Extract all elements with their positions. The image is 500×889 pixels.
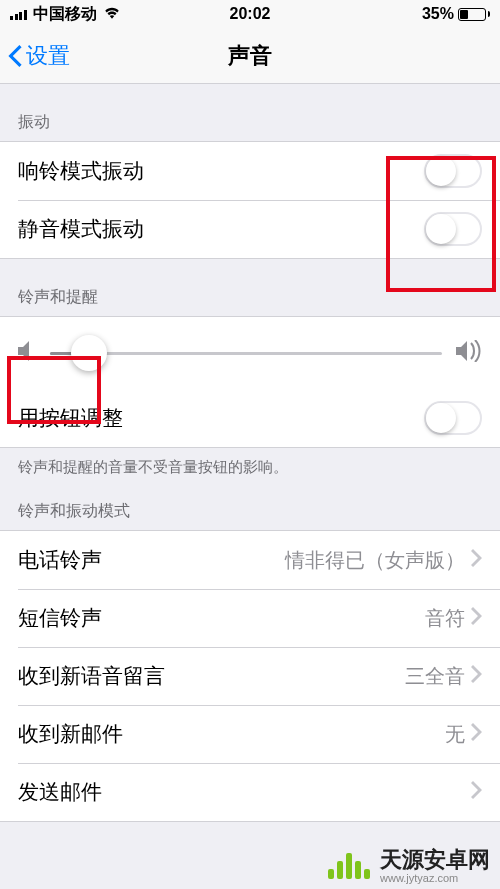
- new-voicemail-label: 收到新语音留言: [18, 662, 165, 690]
- watermark: 天源安卓网 www.jytyaz.com: [0, 843, 500, 889]
- chevron-left-icon: [8, 45, 22, 67]
- ringtone-label: 电话铃声: [18, 546, 102, 574]
- volume-high-icon: [456, 340, 482, 366]
- button-adjust-footer: 铃声和提醒的音量不受音量按钮的影响。: [0, 448, 500, 483]
- status-time: 20:02: [0, 5, 500, 23]
- volume-slider[interactable]: [50, 352, 442, 355]
- row-sent-mail[interactable]: 发送邮件: [0, 763, 500, 821]
- button-adjust-label: 用按钮调整: [18, 404, 123, 432]
- new-mail-label: 收到新邮件: [18, 720, 123, 748]
- volume-low-icon: [18, 341, 36, 365]
- section-header-ringer: 铃声和提醒: [0, 259, 500, 316]
- text-tone-value: 音符: [425, 605, 482, 632]
- watermark-logo-icon: [328, 853, 370, 879]
- list-patterns: 电话铃声 情非得已（女声版） 短信铃声 音符 收到新语音留言 三全音 收到新邮件…: [0, 530, 500, 822]
- section-header-patterns: 铃声和振动模式: [0, 483, 500, 530]
- ring-vibrate-toggle[interactable]: [424, 154, 482, 188]
- chevron-right-icon: [471, 549, 482, 572]
- page-title: 声音: [0, 41, 500, 71]
- status-bar: 中国移动 20:02 35%: [0, 0, 500, 28]
- row-ringtone[interactable]: 电话铃声 情非得已（女声版）: [0, 531, 500, 589]
- row-text-tone[interactable]: 短信铃声 音符: [0, 589, 500, 647]
- row-new-voicemail[interactable]: 收到新语音留言 三全音: [0, 647, 500, 705]
- text-tone-label: 短信铃声: [18, 604, 102, 632]
- chevron-right-icon: [471, 665, 482, 688]
- button-adjust-toggle[interactable]: [424, 401, 482, 435]
- ring-vibrate-label: 响铃模式振动: [18, 157, 144, 185]
- new-voicemail-value: 三全音: [405, 663, 482, 690]
- row-ring-vibrate: 响铃模式振动: [0, 142, 500, 200]
- chevron-right-icon: [471, 723, 482, 746]
- row-new-mail[interactable]: 收到新邮件 无: [0, 705, 500, 763]
- ringtone-value: 情非得已（女声版）: [285, 547, 482, 574]
- battery-icon: [458, 8, 490, 21]
- silent-vibrate-label: 静音模式振动: [18, 215, 144, 243]
- list-ringer: 用按钮调整: [0, 316, 500, 448]
- volume-slider-thumb[interactable]: [71, 335, 107, 371]
- new-mail-value: 无: [445, 721, 482, 748]
- back-button[interactable]: 设置: [0, 41, 70, 71]
- chevron-right-icon: [471, 607, 482, 630]
- row-volume-slider: [0, 317, 500, 389]
- chevron-right-icon: [471, 781, 482, 804]
- silent-vibrate-toggle[interactable]: [424, 212, 482, 246]
- watermark-brand: 天源安卓网: [380, 849, 490, 871]
- section-header-vibrate: 振动: [0, 84, 500, 141]
- watermark-url: www.jytyaz.com: [380, 873, 458, 884]
- sent-mail-value: [471, 781, 482, 804]
- list-vibrate: 响铃模式振动 静音模式振动: [0, 141, 500, 259]
- back-label: 设置: [26, 41, 70, 71]
- row-button-adjust: 用按钮调整: [0, 389, 500, 447]
- row-silent-vibrate: 静音模式振动: [0, 200, 500, 258]
- sent-mail-label: 发送邮件: [18, 778, 102, 806]
- nav-bar: 设置 声音: [0, 28, 500, 84]
